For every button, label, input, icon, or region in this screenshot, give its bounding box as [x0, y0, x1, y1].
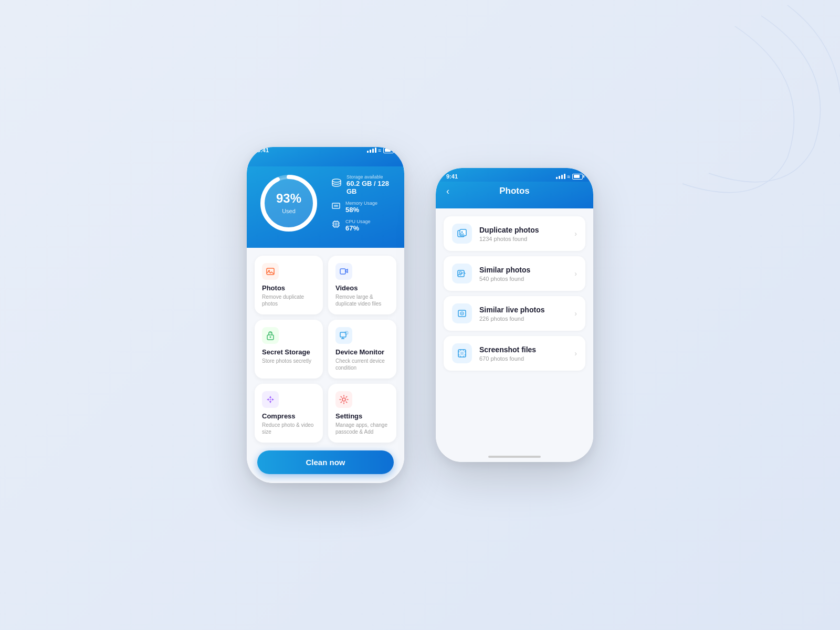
menu-card-secret[interactable]: Secret Storage Store photos secretly: [255, 320, 323, 379]
home-indicator-1: [247, 482, 404, 483]
svg-point-29: [459, 271, 461, 274]
svg-point-32: [461, 313, 463, 314]
screenshot-files-item[interactable]: Screenshot files 670 photos found ›: [444, 336, 585, 371]
storage-value: 60.2 GB / 128 GB: [346, 180, 394, 195]
status-bar-1: 9:41 ≈: [247, 147, 404, 166]
live-photos-icon: [452, 303, 472, 323]
svg-point-24: [342, 398, 345, 401]
phone-2: 9:41 ≈ ‹ Photos: [436, 168, 593, 462]
duplicate-photos-icon: [452, 224, 472, 244]
circle-progress: 93% Used: [257, 172, 320, 235]
menu-card-monitor[interactable]: Device Monitor Check current device cond…: [328, 320, 396, 379]
battery-icon: [383, 148, 394, 153]
battery-icon-2: [572, 174, 583, 180]
duplicate-photos-title: Duplicate photos: [479, 226, 567, 234]
wifi-icon: ≈: [379, 148, 382, 153]
cpu-icon: [331, 219, 341, 232]
signal-icon-2: [556, 174, 565, 179]
header-gradient: 93% Used: [247, 166, 404, 248]
stats-panel: Storage available 60.2 GB / 128 GB: [331, 174, 394, 232]
circle-percent: 93%: [276, 191, 301, 206]
live-photos-count: 226 photos found: [479, 316, 567, 322]
similar-photos-icon: [452, 264, 472, 284]
svg-point-19: [270, 337, 271, 338]
svg-point-2: [332, 179, 341, 182]
compress-title: Compress: [262, 412, 316, 420]
menu-card-settings[interactable]: Settings Manage apps, change passcode & …: [328, 384, 396, 443]
settings-title: Settings: [335, 412, 389, 420]
duplicate-photos-info: Duplicate photos 1234 photos found: [479, 226, 567, 242]
chevron-icon-4: ›: [574, 349, 577, 358]
live-photos-title: Similar live photos: [479, 306, 567, 314]
photos-icon: [262, 263, 279, 280]
similar-photos-count: 540 photos found: [479, 276, 567, 282]
photos-nav: ‹ Photos: [446, 182, 583, 201]
photos-title: Photos: [262, 284, 316, 292]
monitor-title: Device Monitor: [335, 348, 389, 356]
svg-rect-26: [460, 229, 466, 236]
clean-btn-container: Clean now: [247, 450, 404, 482]
menu-grid: Photos Remove duplicate photos Videos Re…: [247, 248, 404, 450]
photos-desc: Remove duplicate photos: [262, 293, 316, 307]
chevron-icon-3: ›: [574, 309, 577, 318]
time-1: 9:41: [257, 147, 269, 153]
duplicate-photos-item[interactable]: Duplicate photos 1234 photos found ›: [444, 216, 585, 251]
svg-point-23: [269, 398, 271, 401]
storage-label: Storage available: [346, 174, 394, 180]
storage-info: Storage available 60.2 GB / 128 GB: [346, 174, 394, 195]
photos-screen-title: Photos: [499, 186, 530, 196]
svg-point-22: [345, 331, 348, 334]
wifi-icon-2: ≈: [568, 174, 571, 180]
svg-point-27: [461, 232, 463, 233]
signal-icon: [367, 148, 376, 153]
back-button[interactable]: ‹: [446, 186, 449, 197]
status-bar-2: 9:41 ≈: [436, 168, 593, 182]
svg-rect-6: [334, 223, 338, 226]
videos-icon: [335, 263, 352, 280]
home-indicator-2: [436, 452, 593, 462]
compress-desc: Reduce photo & video size: [262, 422, 316, 435]
chevron-icon-1: ›: [574, 229, 577, 238]
cpu-info: CPU Usage 67%: [345, 219, 371, 232]
videos-title: Videos: [335, 284, 389, 292]
cpu-label: CPU Usage: [345, 219, 371, 224]
status-icons-1: ≈: [367, 148, 394, 153]
similar-photos-item[interactable]: Similar photos 540 photos found ›: [444, 256, 585, 291]
settings-desc: Manage apps, change passcode & Add: [335, 422, 389, 435]
status-icons-2: ≈: [556, 174, 583, 180]
storage-icon: [331, 178, 342, 192]
live-photos-info: Similar live photos 226 photos found: [479, 306, 567, 322]
cpu-value: 67%: [345, 224, 371, 232]
chevron-icon-2: ›: [574, 269, 577, 278]
phones-container: 9:41 ≈: [247, 147, 593, 483]
menu-card-compress[interactable]: Compress Reduce photo & video size: [255, 384, 323, 443]
photos-header: ‹ Photos: [436, 182, 593, 208]
compress-icon: [262, 391, 279, 408]
screenshot-info: Screenshot files 670 photos found: [479, 345, 567, 362]
menu-card-photos[interactable]: Photos Remove duplicate photos: [255, 256, 323, 314]
svg-rect-34: [460, 352, 464, 355]
storage-stat: Storage available 60.2 GB / 128 GB: [331, 174, 394, 195]
time-2: 9:41: [446, 173, 458, 180]
home-bar-2: [488, 456, 541, 458]
phone-1: 9:41 ≈: [247, 147, 404, 483]
clean-now-button[interactable]: Clean now: [257, 450, 394, 474]
screenshot-title: Screenshot files: [479, 345, 567, 354]
secret-icon: [262, 327, 279, 344]
screenshot-icon: [452, 343, 472, 363]
monitor-icon: [335, 327, 352, 344]
similar-photos-info: Similar photos 540 photos found: [479, 266, 567, 282]
photos-list: Duplicate photos 1234 photos found ›: [436, 208, 593, 452]
circle-label: Used: [282, 208, 296, 214]
secret-desc: Store photos secretly: [262, 358, 316, 364]
svg-rect-4: [334, 205, 338, 207]
cpu-stat: CPU Usage 67%: [331, 219, 394, 232]
monitor-desc: Check current device condition: [335, 358, 389, 371]
screenshot-count: 670 photos found: [479, 355, 567, 362]
secret-title: Secret Storage: [262, 348, 316, 356]
circle-container: 93% Used: [257, 166, 394, 235]
memory-info: Memory Usage 58%: [345, 201, 377, 214]
live-photos-item[interactable]: Similar live photos 226 photos found ›: [444, 296, 585, 331]
menu-card-videos[interactable]: Videos Remove large & duplicate video fi…: [328, 256, 396, 314]
settings-icon: [335, 391, 352, 408]
